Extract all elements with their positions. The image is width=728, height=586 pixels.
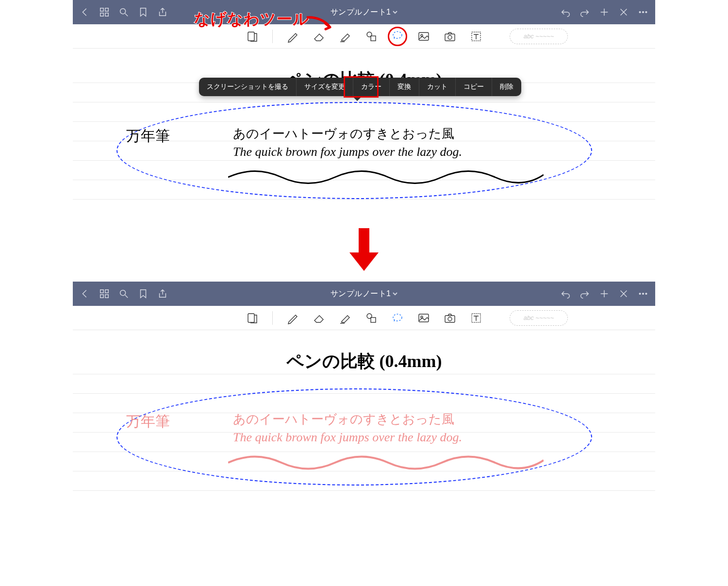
plus-icon[interactable]: [599, 288, 610, 299]
svg-point-23: [639, 293, 641, 295]
svg-rect-28: [371, 318, 376, 322]
search-icon[interactable]: [118, 288, 129, 299]
ctx-copy[interactable]: コピー: [456, 78, 492, 96]
preset-pill[interactable]: abc ~~~~~: [510, 310, 568, 326]
chevron-down-icon: [393, 291, 397, 296]
hand-line2: The quick brown fox jumps over the lazy …: [233, 430, 462, 445]
document-title-text: サンプルノート1: [331, 7, 391, 17]
image-icon[interactable]: [417, 312, 430, 324]
svg-point-15: [448, 35, 452, 39]
title-bar: サンプルノート1: [73, 282, 655, 306]
shapes-icon[interactable]: [365, 30, 378, 43]
ctx-convert[interactable]: 変換: [390, 78, 419, 96]
svg-rect-19: [105, 290, 108, 293]
back-icon[interactable]: [80, 7, 90, 17]
shapes-icon[interactable]: [365, 312, 378, 324]
hand-line1: あのイーハトーヴォのすきとおった風: [233, 125, 454, 142]
note-canvas[interactable]: ペンの比較 (0.4mm) スクリーンショットを撮る サイズを変更 カラー 変換…: [73, 49, 655, 214]
share-icon[interactable]: [157, 288, 168, 299]
close-x-icon[interactable]: [618, 7, 629, 17]
undo-icon[interactable]: [560, 288, 571, 299]
svg-rect-18: [100, 290, 103, 293]
redo-icon[interactable]: [579, 7, 590, 17]
svg-rect-10: [371, 36, 376, 41]
image-icon[interactable]: [417, 30, 430, 43]
pen-icon[interactable]: [286, 30, 299, 43]
ctx-color-highlight: [344, 76, 379, 98]
grid-icon[interactable]: [99, 7, 110, 17]
svg-point-25: [645, 293, 647, 295]
undo-icon[interactable]: [560, 7, 571, 17]
svg-point-4: [120, 9, 126, 14]
svg-rect-3: [105, 13, 108, 16]
lasso-icon[interactable]: [391, 312, 404, 324]
share-icon[interactable]: [157, 7, 168, 17]
separator: [272, 30, 273, 43]
camera-icon[interactable]: [444, 312, 456, 324]
svg-point-22: [120, 290, 126, 296]
readmode-icon[interactable]: [246, 30, 259, 43]
back-icon[interactable]: [80, 288, 90, 299]
close-x-icon[interactable]: [618, 288, 629, 299]
svg-point-6: [643, 12, 644, 13]
svg-rect-32: [445, 316, 455, 322]
pen-icon[interactable]: [286, 312, 299, 324]
svg-point-33: [448, 317, 452, 321]
lasso-highlight-circle: [388, 27, 407, 46]
svg-point-31: [421, 316, 423, 318]
lasso-tool[interactable]: [391, 29, 404, 44]
eraser-icon[interactable]: [313, 312, 325, 324]
document-title[interactable]: サンプルノート1: [177, 289, 551, 299]
readmode-icon[interactable]: [246, 312, 259, 324]
tool-bar: abc ~~~~~: [73, 306, 655, 330]
svg-rect-26: [248, 314, 254, 322]
bookmark-icon[interactable]: [138, 288, 149, 299]
svg-rect-17: [359, 228, 369, 252]
preset-pill[interactable]: abc ~~~~~: [510, 29, 568, 44]
hand-line2: The quick brown fox jumps over the lazy …: [233, 145, 462, 159]
more-icon[interactable]: [638, 288, 648, 299]
plus-icon[interactable]: [599, 7, 610, 17]
annotation-arrow-icon: [306, 14, 335, 33]
handwritten-title: ペンの比較 (0.4mm): [286, 350, 442, 373]
text-icon[interactable]: [470, 312, 482, 324]
svg-rect-14: [445, 34, 455, 41]
annotation-lasso-label: なげなわツール: [194, 9, 309, 30]
more-icon[interactable]: [638, 7, 648, 17]
note-canvas[interactable]: ペンの比較 (0.4mm) 万年筆 あのイーハトーヴォのすきとおった風 The …: [73, 330, 655, 495]
redo-icon[interactable]: [579, 288, 590, 299]
ctx-cut[interactable]: カット: [419, 78, 456, 96]
title-bar: サンプルノート1: [73, 0, 655, 24]
bookmark-icon[interactable]: [138, 7, 149, 17]
svg-rect-8: [248, 32, 254, 41]
svg-point-7: [645, 12, 647, 13]
ctx-delete[interactable]: 削除: [492, 78, 521, 96]
highlighter-icon[interactable]: [339, 30, 351, 43]
app-after: サンプルノート1 abc ~~~~~ ペンの比: [73, 282, 655, 495]
camera-icon[interactable]: [444, 30, 456, 43]
preset-placeholder: abc ~~~~~: [524, 314, 554, 321]
ctx-screenshot[interactable]: スクリーンショットを撮る: [199, 78, 297, 96]
transition-arrow-icon: [347, 228, 381, 272]
hand-wavy-line: [228, 451, 544, 470]
tool-bar: abc ~~~~~: [73, 24, 655, 49]
svg-rect-12: [419, 33, 429, 40]
hand-label-left: 万年筆: [126, 412, 170, 432]
svg-rect-30: [419, 314, 429, 322]
grid-icon[interactable]: [99, 288, 110, 299]
highlighter-icon[interactable]: [339, 312, 351, 324]
svg-rect-20: [100, 295, 103, 298]
svg-point-5: [639, 12, 641, 13]
svg-rect-21: [105, 295, 108, 298]
preset-placeholder: abc ~~~~~: [524, 33, 554, 40]
svg-rect-1: [105, 8, 108, 11]
svg-rect-0: [100, 8, 103, 11]
hand-line1: あのイーハトーヴォのすきとおった風: [233, 411, 454, 428]
search-icon[interactable]: [118, 7, 129, 17]
separator: [272, 311, 273, 325]
app-before: なげなわツール サンプルノート1: [73, 0, 655, 214]
text-icon[interactable]: [470, 30, 482, 43]
svg-point-24: [643, 293, 644, 295]
document-title-text: サンプルノート1: [331, 289, 391, 299]
chevron-down-icon: [393, 10, 397, 15]
